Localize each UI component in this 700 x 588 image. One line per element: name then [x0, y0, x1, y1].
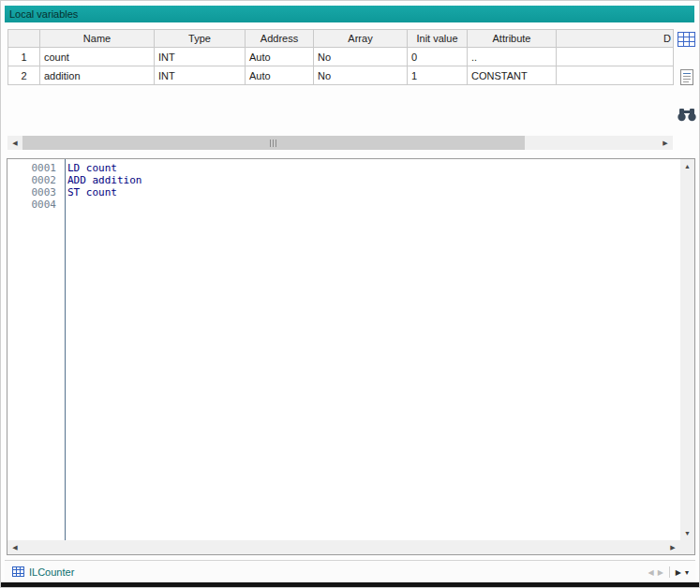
tab-scroll-right-button[interactable]: ▶	[658, 568, 663, 577]
side-toolbar	[675, 29, 698, 126]
column-header-address[interactable]: Address	[246, 30, 314, 48]
line-number: 0001	[7, 162, 61, 174]
local-variables-table: Name Type Address Array Init value Attri…	[7, 29, 674, 85]
editor-vertical-scrollbar[interactable]: ▲ ▼	[680, 159, 694, 540]
init-value-cell[interactable]: 0	[408, 48, 468, 66]
description-cell[interactable]	[557, 66, 674, 85]
scroll-down-button[interactable]: ▼	[680, 526, 694, 540]
table-horizontal-scrollbar[interactable]: ◀ ▶	[7, 136, 673, 150]
tab-scroll-left-button[interactable]: ◀	[648, 568, 654, 577]
find-binoculars-icon	[678, 108, 696, 124]
tab-list-dropdown-button[interactable]: ▾	[685, 568, 689, 577]
table-header-row: Name Type Address Array Init value Attri…	[8, 30, 674, 48]
scroll-right-button[interactable]: ▶	[665, 540, 680, 554]
il-code-editor: 0001 LD count 0002 ADD addition 0003 ST …	[7, 158, 695, 555]
table-row: 1 count INT Auto No 0 ..	[8, 48, 674, 66]
column-header-attribute[interactable]: Attribute	[468, 30, 557, 48]
column-header-type[interactable]: Type	[155, 30, 246, 48]
column-header-name[interactable]: Name	[40, 30, 155, 48]
scrollbar-track[interactable]	[22, 136, 658, 150]
address-cell[interactable]: Auto	[246, 66, 314, 85]
tab-next-button[interactable]: ▶	[676, 568, 681, 577]
line-number: 0004	[7, 198, 61, 211]
monitor-list-button[interactable]	[676, 66, 698, 89]
scrollbar-corner	[680, 540, 694, 554]
row-number-cell[interactable]: 2	[8, 66, 40, 85]
tab-nav-divider	[669, 566, 670, 578]
scrollbar-track[interactable]	[22, 540, 665, 554]
line-number: 0003	[7, 186, 61, 198]
monitor-list-icon	[679, 68, 694, 88]
scroll-right-button[interactable]: ▶	[658, 136, 673, 150]
select-all-corner[interactable]	[8, 30, 40, 48]
array-cell[interactable]: No	[314, 48, 408, 66]
find-button[interactable]	[676, 104, 698, 126]
type-cell[interactable]: INT	[155, 66, 246, 85]
table-row: 2 addition INT Auto No 1 CONSTANT	[8, 66, 674, 85]
init-value-cell[interactable]: 1	[408, 66, 468, 85]
tab-navigation: ◀ ▶ ▶ ▾	[648, 566, 695, 578]
code-text: ADD addition	[61, 174, 141, 186]
panel-title: Local variables	[9, 8, 78, 20]
tab-ilcounter[interactable]: ILCounter	[5, 561, 82, 583]
gutter-divider	[65, 159, 66, 540]
scrollbar-thumb[interactable]	[22, 136, 525, 150]
local-variables-panel: Local variables Name Type Address Array …	[0, 0, 700, 588]
editor-horizontal-scrollbar[interactable]: ◀ ▶	[7, 540, 680, 554]
description-cell[interactable]	[557, 48, 674, 66]
line-number: 0002	[7, 174, 61, 186]
scroll-left-button[interactable]: ◀	[7, 136, 22, 150]
name-cell[interactable]: count	[40, 48, 155, 66]
program-tab-icon	[12, 566, 24, 579]
scroll-left-button[interactable]: ◀	[7, 540, 22, 554]
code-line[interactable]: 0002 ADD addition	[7, 174, 680, 186]
variable-grid-button[interactable]	[676, 29, 698, 51]
scrollbar-track[interactable]	[680, 173, 694, 526]
column-header-description[interactable]: D	[557, 30, 674, 48]
tab-label: ILCounter	[29, 566, 74, 578]
bottom-tab-bar: ILCounter ◀ ▶ ▶ ▾	[5, 560, 695, 583]
code-line[interactable]: 0001 LD count	[7, 162, 680, 174]
type-cell[interactable]: INT	[155, 48, 246, 66]
local-variables-titlebar[interactable]: Local variables	[5, 6, 694, 22]
code-line[interactable]: 0003 ST count	[7, 186, 680, 198]
attribute-cell[interactable]: CONSTANT	[468, 66, 557, 85]
scrollbar-grip-icon	[270, 140, 277, 147]
attribute-cell[interactable]: ..	[468, 48, 557, 66]
array-cell[interactable]: No	[314, 66, 408, 85]
editor-view[interactable]: 0001 LD count 0002 ADD addition 0003 ST …	[7, 159, 680, 540]
column-header-init-value[interactable]: Init value	[408, 30, 468, 48]
row-number-cell[interactable]: 1	[8, 48, 40, 66]
code-text: ST count	[61, 186, 117, 198]
name-cell[interactable]: addition	[40, 66, 155, 85]
scroll-up-button[interactable]: ▲	[680, 159, 694, 173]
window-bottom-edge	[1, 582, 699, 587]
code-text	[61, 198, 67, 211]
code-line[interactable]: 0004	[7, 198, 680, 211]
variable-grid-icon	[678, 32, 695, 49]
code-text: LD count	[61, 162, 117, 174]
code-lines: 0001 LD count 0002 ADD addition 0003 ST …	[7, 162, 680, 211]
column-header-array[interactable]: Array	[314, 30, 408, 48]
address-cell[interactable]: Auto	[246, 48, 314, 66]
